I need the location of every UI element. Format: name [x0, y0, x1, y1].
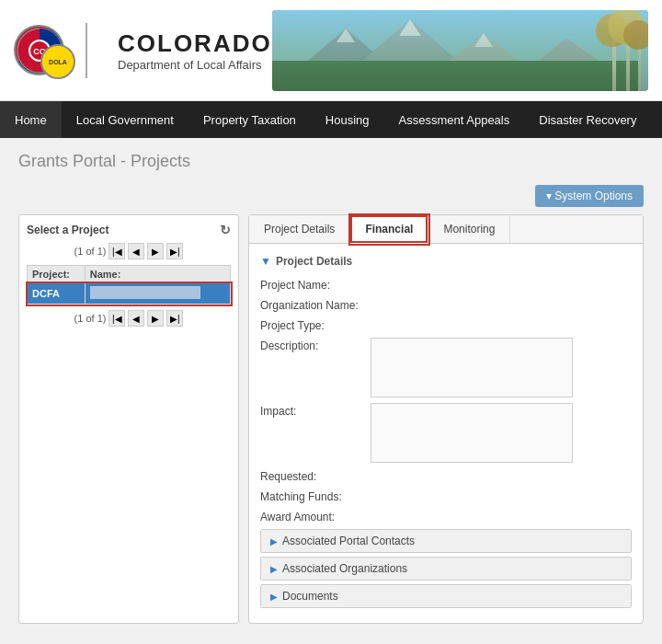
- description-label: Description:: [260, 338, 371, 352]
- nav-disaster-recovery[interactable]: Disaster Recovery: [524, 101, 651, 138]
- accordion-portal-contacts: ▶ Associated Portal Contacts: [260, 529, 632, 553]
- svg-rect-13: [612, 29, 616, 91]
- bottom-next-button[interactable]: ▶: [147, 310, 164, 327]
- page-title: Grants Portal - Projects: [18, 152, 644, 171]
- requested-row: Requested:: [260, 468, 632, 483]
- select-project-label: Select a Project: [27, 224, 108, 236]
- org-name-row: Organization Name:: [260, 297, 632, 312]
- impact-textarea[interactable]: [371, 403, 573, 463]
- requested-label: Requested:: [260, 468, 371, 483]
- main-nav: Home Local Government Property Taxation …: [0, 101, 662, 138]
- accordion-associated-orgs: ▶ Associated Organizations: [260, 557, 632, 581]
- header-landscape-image: [272, 10, 648, 91]
- left-panel-header: Select a Project ↻: [27, 223, 231, 237]
- pagination-info: (1 of 1): [74, 246, 107, 257]
- svg-rect-14: [626, 24, 630, 91]
- bottom-pagination: (1 of 1) |◀ ◀ ▶ ▶|: [27, 310, 231, 327]
- accordion-documents: ▶ Documents: [260, 584, 632, 608]
- matching-funds-row: Matching Funds:: [260, 489, 632, 503]
- project-name-label: Project Name:: [260, 277, 371, 292]
- svg-marker-9: [337, 29, 355, 42]
- bottom-last-button[interactable]: ▶|: [166, 310, 183, 327]
- site-header: CO DOLA COLORADO Department of Local Aff…: [0, 0, 662, 101]
- accordion-documents-icon: ▶: [270, 592, 278, 602]
- accordion-associated-orgs-label: Associated Organizations: [282, 562, 407, 575]
- col-project: Project:: [28, 266, 86, 283]
- nav-home[interactable]: Home: [0, 101, 62, 138]
- impact-label: Impact:: [260, 403, 371, 418]
- accordion-portal-contacts-icon: ▶: [270, 536, 278, 546]
- description-row: Description:: [260, 338, 632, 397]
- description-textarea[interactable]: [371, 338, 573, 397]
- project-name-cell: [85, 283, 230, 305]
- accordion-associated-orgs-icon: ▶: [270, 564, 278, 574]
- svg-point-17: [608, 10, 645, 44]
- svg-rect-12: [272, 61, 640, 91]
- org-name-label: Organization Name:: [260, 297, 371, 312]
- award-amount-label: Award Amount:: [260, 509, 371, 523]
- accordion-portal-contacts-label: Associated Portal Contacts: [282, 535, 415, 547]
- header-title: COLORADO Department of Local Affairs: [118, 29, 272, 72]
- bottom-first-button[interactable]: |◀: [108, 310, 125, 327]
- details-content: ▼ Project Details Project Name: Organiza…: [249, 244, 643, 623]
- main-layout: Select a Project ↻ (1 of 1) |◀ ◀ ▶ ▶| Pr…: [18, 214, 644, 624]
- svg-marker-6: [327, 19, 493, 91]
- svg-marker-10: [399, 19, 421, 36]
- svg-point-16: [596, 14, 629, 47]
- system-options-wrap: ▾ System Options: [18, 185, 644, 207]
- site-name: COLORADO: [118, 29, 272, 58]
- impact-row: Impact:: [260, 403, 632, 463]
- table-row[interactable]: DCFA: [28, 283, 231, 305]
- project-type-row: Project Type:: [260, 317, 632, 332]
- svg-marker-7: [410, 33, 557, 91]
- accordion-portal-contacts-header[interactable]: ▶ Associated Portal Contacts: [261, 530, 631, 552]
- bottom-prev-button[interactable]: ◀: [128, 310, 144, 327]
- last-page-button[interactable]: ▶|: [166, 243, 183, 259]
- svg-rect-4: [272, 10, 648, 91]
- project-name-row: Project Name:: [260, 277, 632, 292]
- svg-point-18: [623, 20, 648, 50]
- tab-project-details[interactable]: Project Details: [249, 215, 350, 243]
- nav-property-taxation[interactable]: Property Taxation: [188, 101, 311, 138]
- section-header: ▼ Project Details: [260, 255, 632, 268]
- project-table: Project: Name: DCFA: [27, 265, 231, 305]
- nav-assessment-appeals[interactable]: Assessment Appeals: [384, 101, 525, 138]
- refresh-icon[interactable]: ↻: [220, 223, 231, 237]
- project-id-cell: DCFA: [28, 283, 86, 305]
- top-pagination: (1 of 1) |◀ ◀ ▶ ▶|: [27, 243, 231, 259]
- nav-housing[interactable]: Housing: [311, 101, 384, 138]
- svg-marker-8: [502, 38, 640, 91]
- bottom-pagination-info: (1 of 1): [74, 313, 107, 324]
- header-divider: [86, 23, 87, 78]
- next-page-button[interactable]: ▶: [147, 243, 164, 259]
- accordion-documents-label: Documents: [282, 590, 338, 603]
- matching-funds-label: Matching Funds:: [260, 489, 371, 503]
- system-options-button[interactable]: ▾ System Options: [535, 185, 644, 207]
- accordion-associated-orgs-header[interactable]: ▶ Associated Organizations: [261, 558, 631, 580]
- svg-marker-11: [474, 33, 493, 47]
- section-collapse-icon[interactable]: ▼: [260, 255, 271, 268]
- tab-financial[interactable]: Financial: [350, 215, 428, 244]
- col-name: Name:: [85, 266, 230, 283]
- impact-value: [371, 403, 632, 463]
- project-type-label: Project Type:: [260, 317, 371, 332]
- dola-badge: DOLA: [40, 44, 75, 79]
- prev-page-button[interactable]: ◀: [128, 243, 144, 259]
- logo-area: CO DOLA COLORADO Department of Local Aff…: [14, 23, 272, 78]
- svg-rect-15: [638, 33, 641, 91]
- section-title: Project Details: [276, 255, 352, 268]
- description-value: [371, 338, 632, 397]
- tab-bar: Project Details Financial Monitoring: [249, 215, 643, 244]
- svg-marker-5: [272, 29, 419, 91]
- page-content: Grants Portal - Projects ▾ System Option…: [0, 138, 662, 638]
- left-panel: Select a Project ↻ (1 of 1) |◀ ◀ ▶ ▶| Pr…: [18, 214, 239, 624]
- award-amount-row: Award Amount:: [260, 509, 632, 523]
- accordion-documents-header[interactable]: ▶ Documents: [261, 585, 631, 607]
- right-panel: Project Details Financial Monitoring ▼ P…: [248, 214, 644, 624]
- first-page-button[interactable]: |◀: [108, 243, 125, 259]
- dept-name: Department of Local Affairs: [118, 58, 272, 72]
- nav-local-government[interactable]: Local Government: [62, 101, 188, 138]
- tab-monitoring[interactable]: Monitoring: [428, 215, 510, 243]
